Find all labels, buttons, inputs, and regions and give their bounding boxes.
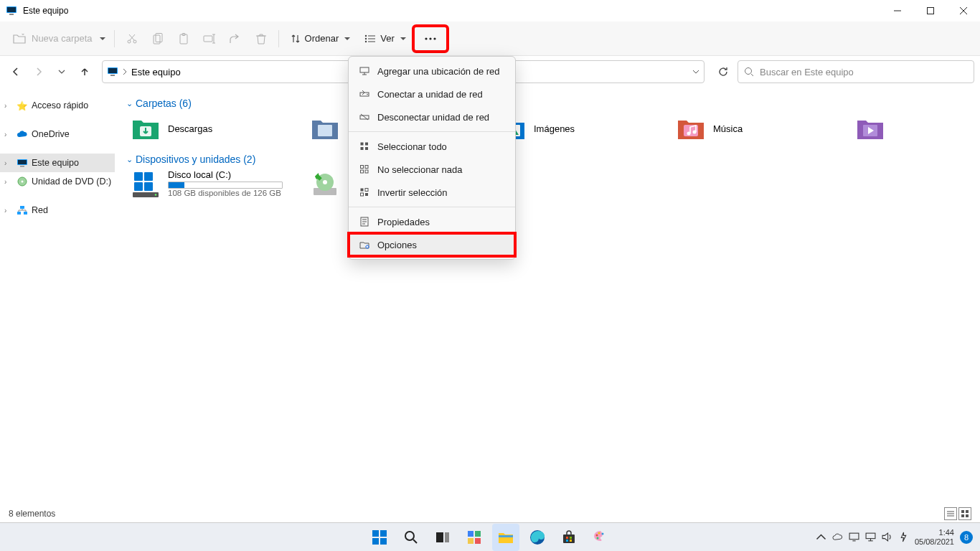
drive-c[interactable]: Disco local (C:) 108 GB disponibles de 1… (131, 169, 303, 199)
taskbar-edge[interactable] (524, 524, 551, 551)
section-folders[interactable]: ⌄Carpetas (6) (126, 98, 969, 109)
svg-rect-103 (499, 535, 513, 537)
svg-rect-107 (570, 537, 572, 539)
section-devices[interactable]: ⌄Dispositivos y unidades (2) (126, 154, 969, 165)
menu-properties[interactable]: Propiedades (349, 210, 515, 233)
sidebar-item-quick[interactable]: ›⭐Acceso rápido (0, 96, 115, 115)
svg-rect-52 (144, 172, 153, 181)
share-button[interactable] (222, 26, 248, 52)
sidebar-item-network[interactable]: ›Red (0, 201, 115, 220)
svg-line-11 (130, 34, 135, 40)
sidebar-item-thispc[interactable]: ›Este equipo (0, 154, 115, 172)
folder-pictures[interactable]: Imágenes (496, 113, 669, 143)
svg-rect-31 (108, 68, 117, 73)
taskbar-widgets[interactable] (461, 524, 488, 551)
tray-volume-icon[interactable] (882, 532, 892, 542)
svg-rect-114 (849, 533, 859, 540)
paste-button[interactable] (171, 26, 197, 52)
svg-point-110 (596, 534, 598, 536)
svg-line-34 (751, 74, 753, 76)
menu-select-none[interactable]: No seleccionar nada (349, 158, 515, 181)
window-title: Este equipo (23, 6, 68, 16)
svg-point-95 (405, 532, 414, 540)
cut-button[interactable] (119, 26, 145, 52)
delete-button[interactable] (248, 26, 274, 52)
svg-rect-70 (365, 147, 368, 150)
view-tiles-button[interactable] (958, 507, 971, 520)
more-menu: Agregar una ubicación de red Conectar a … (348, 56, 516, 260)
select-all-icon (359, 141, 370, 152)
taskbar: 1:44 05/08/2021 8 (0, 522, 980, 551)
sidebar-item-onedrive[interactable]: ›OneDrive (0, 125, 115, 143)
disc-icon (16, 176, 29, 187)
forward-button[interactable] (29, 62, 49, 82)
tray-language-icon[interactable] (849, 532, 859, 542)
taskbar-explorer[interactable] (492, 524, 519, 551)
back-button[interactable] (6, 62, 26, 82)
tray-network-icon[interactable] (865, 532, 876, 542)
svg-rect-72 (365, 166, 368, 169)
tray-onedrive-icon[interactable] (832, 532, 843, 542)
drive-dvd-hidden[interactable] (310, 169, 346, 199)
folder-downloads[interactable]: Descargas (131, 113, 303, 143)
menu-invert-selection[interactable]: Invertir selección (349, 181, 515, 204)
menu-add-network-location[interactable]: Agregar una ubicación de red (349, 60, 515, 83)
svg-rect-17 (204, 36, 212, 42)
more-button[interactable] (413, 26, 448, 52)
search-placeholder: Buscar en Este equipo (760, 67, 854, 77)
menu-options[interactable]: Opciones (349, 233, 515, 256)
tray-power-icon[interactable] (898, 532, 909, 542)
menu-connect-network-drive[interactable]: Conectar a unidad de red (349, 83, 515, 105)
menu-select-all[interactable]: Seleccionar todo (349, 135, 515, 158)
new-folder-button[interactable]: Nueva carpeta (9, 26, 110, 52)
status-item-count: 8 elementos (9, 509, 55, 519)
menu-disconnect-network-drive[interactable]: Desconectar unidad de red (349, 105, 515, 128)
folder-music[interactable]: Música (676, 113, 848, 143)
rename-button[interactable] (197, 26, 222, 52)
copy-button[interactable] (145, 26, 171, 52)
svg-rect-42 (24, 212, 27, 215)
minimize-button[interactable] (881, 0, 914, 22)
svg-point-29 (433, 37, 435, 39)
svg-rect-40 (20, 206, 24, 209)
taskbar-paint[interactable] (587, 524, 614, 551)
taskbar-store[interactable] (555, 524, 583, 551)
taskbar-start[interactable] (366, 524, 393, 551)
drive-icon (131, 169, 161, 199)
tray-notifications-badge[interactable]: 8 (960, 531, 973, 544)
up-button[interactable] (75, 62, 95, 82)
svg-rect-1 (7, 7, 16, 12)
close-button[interactable] (947, 0, 980, 22)
sort-button[interactable]: Ordenar (283, 26, 358, 52)
svg-point-25 (365, 40, 367, 42)
taskbar-taskview[interactable] (429, 524, 456, 551)
folder-documents-hidden[interactable] (310, 113, 346, 143)
downloads-icon (131, 113, 161, 143)
svg-point-33 (745, 68, 752, 75)
svg-rect-100 (475, 531, 481, 537)
thispc-icon (107, 67, 118, 77)
svg-rect-60 (360, 67, 369, 72)
address-dropdown-icon[interactable] (692, 70, 699, 74)
sidebar-item-dvd[interactable]: ›Unidad de DVD (D:) (0, 172, 115, 191)
status-bar: 8 elementos (0, 505, 980, 522)
taskbar-search[interactable] (397, 524, 425, 551)
view-details-button[interactable] (944, 507, 957, 520)
svg-rect-13 (154, 35, 160, 44)
refresh-button[interactable] (712, 60, 735, 83)
recent-button[interactable] (52, 62, 72, 82)
documents-icon (310, 113, 340, 143)
address-segment[interactable]: Este equipo (131, 67, 181, 77)
folder-videos-hidden[interactable] (855, 113, 891, 143)
new-folder-label: Nueva carpeta (32, 33, 93, 44)
svg-line-96 (413, 540, 417, 543)
monitor-network-icon (359, 65, 370, 77)
maximize-button[interactable] (914, 0, 947, 22)
view-button[interactable]: Ver (357, 26, 413, 52)
tray-clock[interactable]: 1:44 05/08/2021 (915, 528, 954, 546)
svg-point-113 (597, 537, 599, 539)
search-box[interactable]: Buscar en Este equipo (738, 60, 974, 83)
videos-icon (855, 113, 885, 143)
tray-chevron-icon[interactable] (816, 532, 826, 542)
svg-rect-98 (445, 532, 449, 542)
